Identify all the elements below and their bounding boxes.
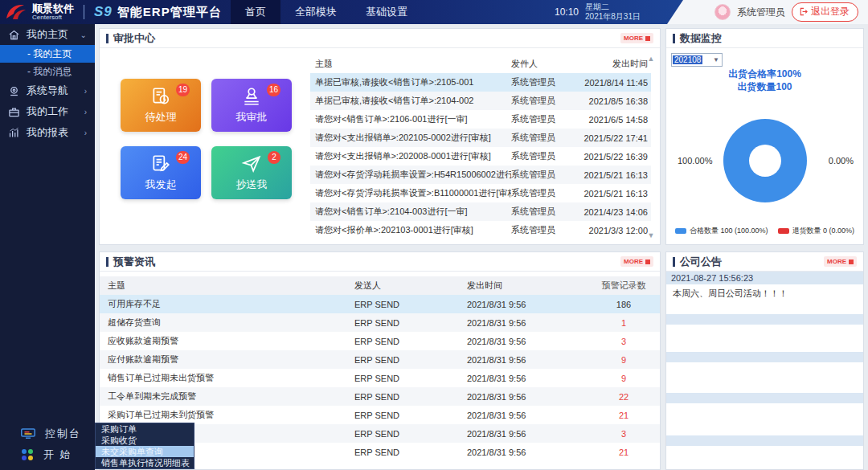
notice-empty-bar [666,352,863,362]
cell-subject: 请您对<存货浮动耗损率设置>:H54R15006002进行[审核] [310,169,511,181]
table-row[interactable]: 请您对<支出报销单>:202105-0002进行[审核]系统管理员2021/5/… [310,129,651,147]
cell-subject: 超储存货查询 [100,317,354,329]
start-button[interactable]: 开 始 [0,444,95,465]
more-icon [645,260,650,264]
nav-item-全部模块[interactable]: 全部模块 [280,0,351,24]
sidebar-item-label: 我的主页 [27,27,68,42]
cell-count: 3 [588,337,660,346]
col-sender: 发送人 [354,280,467,292]
sidebar-item-我的主页[interactable]: 我的主页⌄ [0,24,95,45]
company-logo-icon [5,2,27,22]
notice-empty-content [666,446,863,469]
user-avatar[interactable] [714,4,731,20]
table-row[interactable]: 应付账款逾期预警ERP SEND2021/8/31 9:569 [100,350,660,369]
table-row[interactable]: 请您对<存货浮动耗损率设置>:B11000001进行[审核]系统管理员2021/… [310,184,651,202]
compass-icon [8,85,20,97]
table-row[interactable]: 工令单到期未完成预警ERP SEND2021/8/31 9:5622 [100,387,660,406]
approval-tile-抄送我[interactable]: 抄送我2 [211,146,292,199]
scroll-up-icon[interactable]: ▲ [648,55,655,63]
date-label: 2021年8月31日 [585,12,641,22]
sidebar-item-我的工作[interactable]: 我的工作› [0,101,95,122]
scroll-down-icon[interactable]: ▼ [648,231,655,239]
more-icon [849,260,854,264]
table-row[interactable]: 请您对<销售订单>:2106-001进行[一审]系统管理员2021/6/5 14… [310,110,651,129]
approval-more-button[interactable]: MORE [620,33,653,43]
table-row[interactable]: 单据已审核,请接收<销售订单>:2104-002系统管理员2021/8/5 16… [310,92,651,110]
user-name: 系统管理员 [737,6,785,19]
table-row[interactable]: 销售订单已过期未出货预警ERP SEND2021/8/31 9:569 [100,369,660,387]
tile-label: 我审批 [236,110,268,125]
approval-tile-我审批[interactable]: 我审批16 [211,79,292,132]
cell-subject: 销售订单已过期未出货预警 [100,372,354,384]
cell-time: 2021/5/21 16:13 [574,170,651,180]
period-select[interactable]: 202108 ▼ [671,53,723,67]
cell-time: 2021/5/21 16:13 [574,189,651,198]
cell-sender: 系统管理员 [511,224,574,236]
approval-panel-title: 审批中心 [113,31,155,46]
approval-tile-我发起[interactable]: 我发起24 [121,146,201,199]
cell-sender: ERP SEND [354,448,467,457]
cell-sender: 系统管理员 [511,95,574,107]
logout-button[interactable]: 退出登录 [792,2,858,22]
period-value: 202108 [673,55,702,64]
brand: 顺景软件 Centersoft S9 智能ERP管理平台 [5,0,222,24]
approval-tile-待处理[interactable]: 待处理19 [121,79,201,132]
weekday-label: 星期二 [585,2,641,12]
notice-more-button[interactable]: MORE [824,256,857,267]
sidebar-subitem-我的主页[interactable]: - 我的主页 [0,45,95,63]
compose-icon [150,153,171,174]
cell-time: 2021/5/22 16:39 [574,152,651,161]
notice-empty-content [666,403,863,429]
sidebar-item-label: 系统导航 [27,84,68,98]
sidebar-item-我的报表[interactable]: 我的报表› [0,122,95,143]
menu-item-采购订单[interactable]: 采购订单 [96,423,194,435]
sidebar-item-系统导航[interactable]: 系统导航› [0,80,95,101]
table-row[interactable]: 可用库存不足ERP SEND2021/8/31 9:56186 [100,295,660,313]
cell-time: 2021/4/23 14:06 [574,207,651,217]
warning-more-button[interactable]: MORE [620,256,653,267]
cell-time: 2021/8/14 11:45 [574,78,651,88]
cell-subject: 请您对<报价单>:202103-0001进行[审核] [310,224,511,236]
console-icon [21,428,35,439]
console-button[interactable]: 控制台 [0,423,95,444]
cell-sender: 系统管理员 [511,169,574,181]
cell-subject: 请您对<销售订单>:2104-003进行[一审] [310,206,511,218]
col-sender: 发件人 [511,58,574,70]
chart-icon [8,127,20,139]
cell-time: 2021/8/5 16:38 [574,96,651,106]
chevron-right-icon: › [84,108,87,116]
cell-time: 2021/5/22 17:41 [574,133,651,143]
cell-count: 21 [588,411,660,420]
cell-subject: 采购订单已过期未到货预警 [100,409,354,421]
col-time: 发出时间 [467,280,588,292]
pass-rate-label: 出货合格率100% [666,67,863,80]
home-icon [8,29,20,41]
menu-item-采购收货[interactable]: 采购收货 [96,435,194,446]
table-row[interactable]: 超储存货查询ERP SEND2021/8/31 9:561 [100,313,660,332]
sidebar-subitem-我的消息[interactable]: - 我的消息 [0,63,95,80]
notice-empty-content [666,325,863,345]
table-row[interactable]: 采购订单已过期未到货预警ERP SEND2021/8/31 9:5621 [100,406,660,424]
nav-item-基础设置[interactable]: 基础设置 [351,0,422,24]
cell-time: 2021/3/3 12:00 [574,226,651,235]
menu-item-未交采购单查询[interactable]: 未交采购单查询 [96,446,194,457]
menu-item-销售单执行情况明细表[interactable]: 销售单执行情况明细表 [96,457,194,468]
topbar-user-area: 系统管理员 退出登录 [667,0,868,24]
start-icon [21,448,34,461]
table-row[interactable]: 请您对<支出报销单>:202008-0001进行[审核]系统管理员2021/5/… [310,147,651,166]
table-row[interactable]: 请您对<报价单>:202103-0001进行[审核]系统管理员2021/3/3 … [310,221,651,239]
legend-item-退货数量: 退货数量 0 (0.00%) [778,226,855,236]
notice-empty-content [666,362,863,386]
table-row[interactable]: 请您对<存货浮动耗损率设置>:H54R15006002进行[审核]系统管理员20… [310,166,651,184]
legend-label: 退货数量 0 (0.00%) [792,226,855,236]
table-row[interactable]: 单据已审核,请接收<销售订单>:2105-001系统管理员2021/8/14 1… [310,73,651,92]
approval-table-scrollbar[interactable]: ▲ ▼ [647,55,655,239]
table-row[interactable]: 应收账款逾期预警ERP SEND2021/8/31 9:563 [100,332,660,350]
table-row[interactable]: 请您对<销售订单>:2104-003进行[一审]系统管理员2021/4/23 1… [310,202,651,221]
cell-subject: 应付账款逾期预警 [100,354,354,366]
cell-sender: 系统管理员 [511,132,574,144]
nav-item-首页[interactable]: 首页 [231,0,280,24]
cell-count: 22 [588,392,660,402]
company-notice-panel: 公司公告 MORE 2021-08-27 15:56:23本周六、周日公司活动！… [665,251,864,470]
cell-time: 2021/8/31 9:56 [467,448,588,457]
